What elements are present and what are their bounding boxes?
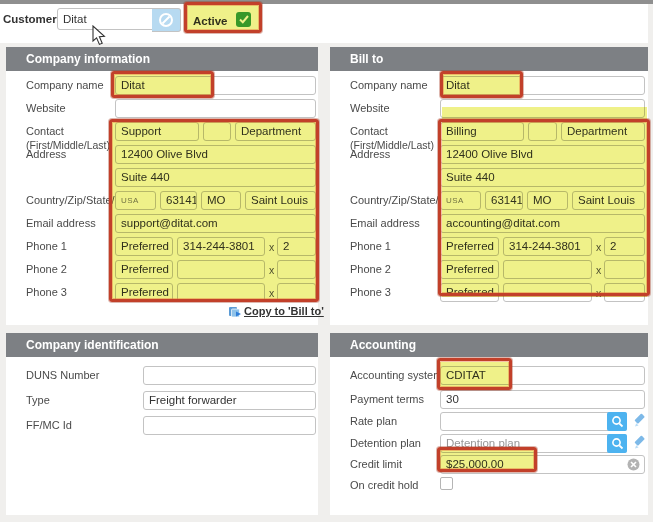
address-line1-input[interactable]: 12400 Olive Blvd [115, 145, 316, 164]
bill-to-panel: Bill to Company name Ditat Website Conta… [330, 47, 648, 325]
search-icon [611, 437, 624, 450]
type-label: Type [26, 394, 50, 406]
duns-input[interactable] [143, 366, 316, 385]
billto-email-input[interactable]: accounting@ditat.com [440, 214, 645, 233]
phone3-type-select[interactable]: Preferred [115, 283, 173, 302]
phone3-ext-input[interactable] [277, 283, 316, 302]
phone3-ext-separator: x [269, 287, 274, 299]
billto-city-input[interactable]: Saint Louis [572, 191, 645, 210]
billto-phone1-ext-input[interactable]: 2 [604, 237, 645, 256]
country-select[interactable]: USA [115, 191, 156, 210]
billto-address-line1-input[interactable]: 12400 Olive Blvd [440, 145, 645, 164]
on-credit-hold-label: On credit hold [350, 479, 418, 491]
email-input[interactable]: support@ditat.com [115, 214, 316, 233]
billto-website-input[interactable] [440, 99, 645, 118]
company-name-label: Company name [26, 79, 104, 91]
zip-input[interactable]: 63141 [160, 191, 197, 210]
contact-middle-input[interactable] [203, 122, 231, 141]
accounting-header: Accounting [330, 333, 648, 357]
copy-to-bill-to-link[interactable]: Copy to 'Bill to' [244, 305, 324, 317]
email-label: Email address [26, 217, 96, 229]
accounting-panel: Accounting Accounting system Id CDITAT P… [330, 333, 648, 515]
phone2-ext-input[interactable] [277, 260, 316, 279]
phone2-number-input[interactable] [177, 260, 265, 279]
active-checkbox[interactable] [236, 12, 251, 27]
mouse-cursor [92, 25, 106, 46]
company-information-header: Company information [6, 47, 318, 71]
credit-limit-input[interactable]: $25,000.00 [440, 455, 645, 474]
payment-terms-label: Payment terms [350, 393, 424, 405]
billto-country-select[interactable]: USA [440, 191, 481, 210]
phone3-ext-separator: x [596, 287, 601, 299]
phone3-label: Phone 3 [26, 286, 67, 298]
circle-slash-icon [158, 12, 174, 28]
phone2-ext-separator: x [596, 264, 601, 276]
phone1-ext-input[interactable]: 2 [277, 237, 316, 256]
rate-plan-label: Rate plan [350, 415, 397, 427]
customer-id-action-button[interactable] [152, 8, 181, 32]
phone2-type-select[interactable]: Preferred [115, 260, 173, 279]
city-input[interactable]: Saint Louis [245, 191, 316, 210]
phone1-ext-separator: x [596, 241, 601, 253]
address-label: Address [350, 148, 390, 160]
phone1-ext-separator: x [269, 241, 274, 253]
payment-terms-select[interactable]: 30 [440, 390, 645, 409]
billto-phone3-ext-input[interactable] [604, 283, 645, 302]
phone1-label: Phone 1 [26, 240, 67, 252]
copy-icon [228, 306, 242, 318]
phone3-number-input[interactable] [177, 283, 265, 302]
type-select[interactable]: Freight forwarder [143, 391, 316, 410]
billto-phone3-number-input[interactable] [503, 283, 592, 302]
ffmc-label: FF/MC Id [26, 419, 72, 431]
company-name-input[interactable]: Ditat [115, 76, 316, 95]
edit-pencil-icon[interactable] [632, 435, 648, 451]
detention-plan-search-button[interactable] [607, 434, 627, 453]
billto-contact-first-input[interactable]: Billing [440, 122, 524, 141]
state-select[interactable]: MO [201, 191, 241, 210]
billto-phone1-type-select[interactable]: Preferred [440, 237, 499, 256]
billto-company-name-input[interactable]: Ditat [440, 76, 645, 95]
credit-limit-label: Credit limit [350, 458, 402, 470]
phone3-label: Phone 3 [350, 286, 391, 298]
contact-label: Contact [26, 125, 64, 137]
company-identification-panel: Company identification DUNS Number Type … [6, 333, 318, 515]
billto-address-line2-input[interactable]: Suite 440 [440, 168, 645, 187]
website-label: Website [350, 102, 390, 114]
rate-plan-input[interactable] [440, 412, 627, 431]
detention-plan-label: Detention plan [350, 437, 421, 449]
billto-phone3-type-select[interactable]: Preferred [440, 283, 499, 302]
billto-contact-last-input[interactable]: Department [561, 122, 645, 141]
company-name-label: Company name [350, 79, 428, 91]
company-information-panel: Company information Company name Ditat W… [6, 47, 318, 325]
customer-edit-page: Customer Id Ditat Active Company informa… [0, 0, 653, 522]
billto-phone2-type-select[interactable]: Preferred [440, 260, 499, 279]
website-input[interactable] [115, 99, 316, 118]
duns-label: DUNS Number [26, 369, 99, 381]
address-line2-input[interactable]: Suite 440 [115, 168, 316, 187]
detention-plan-input[interactable]: Detention plan [440, 434, 627, 453]
phone1-type-select[interactable]: Preferred [115, 237, 173, 256]
email-label: Email address [350, 217, 420, 229]
accounting-system-id-input[interactable]: CDITAT [440, 366, 645, 385]
ffmc-input[interactable] [143, 416, 316, 435]
phone1-number-input[interactable]: 314-244-3801 [177, 237, 265, 256]
phone2-ext-separator: x [269, 264, 274, 276]
contact-first-input[interactable]: Support [115, 122, 199, 141]
billto-zip-input[interactable]: 63141 [485, 191, 523, 210]
edit-pencil-icon[interactable] [632, 413, 648, 429]
billto-phone2-ext-input[interactable] [604, 260, 645, 279]
billto-phone1-number-input[interactable]: 314-244-3801 [503, 237, 592, 256]
check-icon [239, 15, 249, 24]
address-label: Address [26, 148, 66, 160]
contact-label: Contact [350, 125, 388, 137]
contact-last-input[interactable]: Department [235, 122, 316, 141]
rate-plan-search-button[interactable] [607, 412, 627, 431]
on-credit-hold-checkbox[interactable] [440, 477, 453, 490]
billto-phone2-number-input[interactable] [503, 260, 592, 279]
active-label: Active [193, 15, 228, 27]
website-label: Website [26, 102, 66, 114]
billto-state-select[interactable]: MO [527, 191, 568, 210]
billto-contact-middle-input[interactable] [528, 122, 557, 141]
clear-icon[interactable] [627, 458, 640, 471]
phone2-label: Phone 2 [350, 263, 391, 275]
